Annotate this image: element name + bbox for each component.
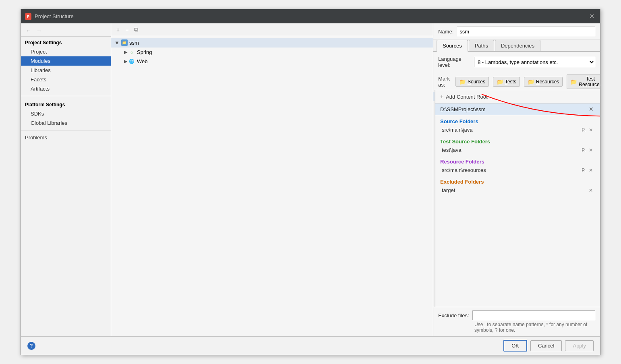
language-level-label: Language level: (438, 56, 471, 68)
sidebar-divider-2 (21, 130, 111, 130)
source-folders-section: Source Folders src\main\java P. ✕ (435, 115, 600, 135)
content-root-header: D:\SSMProject\ssm ✕ (435, 103, 600, 115)
sidebar-nav-bar: ← → (21, 25, 111, 37)
module-child-web[interactable]: ▶ 🌐 Web (111, 57, 433, 66)
sidebar-item-modules[interactable]: Modules (21, 56, 111, 66)
web-label: Web (137, 58, 148, 64)
add-content-root-button[interactable]: + Add Content Root (435, 90, 600, 103)
close-button[interactable]: ✕ (588, 12, 596, 21)
excluded-folder-remove-0[interactable]: ✕ (588, 188, 594, 193)
module-root-label: ssm (129, 40, 139, 46)
tree-root-arrow: ▼ (114, 40, 120, 46)
test-source-folder-props-0[interactable]: P. (581, 147, 586, 153)
test-resources-folder-icon: 📁 (570, 79, 577, 85)
source-folder-remove-0[interactable]: ✕ (588, 127, 594, 133)
exclude-files-row: Exclude files: (438, 310, 595, 320)
test-source-folder-path-0: test\java (442, 147, 581, 153)
mark-test-resources-button[interactable]: 📁 Test Resources (567, 74, 600, 89)
resource-folders-section: Resource Folders src\main\resources P. ✕ (435, 155, 600, 176)
sidebar-item-project[interactable]: Project (21, 47, 111, 56)
exclude-files-label: Exclude files: (438, 312, 469, 318)
tree-child-arrow-web: ▶ (124, 59, 127, 64)
sources-folder-icon: 📁 (459, 79, 466, 85)
dialog-body: ← → Project Settings Project Modules Lib… (21, 23, 600, 336)
mark-resources-button[interactable]: 📁 Resources (524, 77, 563, 87)
plus-icon: + (440, 93, 443, 100)
source-folders-title: Source Folders (440, 118, 595, 124)
mark-sources-button[interactable]: 📁 Sources (455, 77, 489, 87)
title-bar: P Project Structure ✕ (21, 9, 600, 23)
remove-module-button[interactable]: − (123, 25, 130, 34)
nav-forward-button[interactable]: → (35, 27, 43, 35)
sidebar-divider-1 (21, 96, 111, 96)
mark-test-resources-label: Test Resources (579, 76, 600, 87)
mark-tests-button[interactable]: 📁 Tests (493, 77, 520, 87)
test-source-folders-section: Test Source Folders test\java P. ✕ (435, 135, 600, 155)
sidebar-item-problems[interactable]: Problems (21, 133, 111, 142)
exclude-files-input[interactable] (472, 310, 595, 320)
dialog-footer: ? OK Cancel Apply (21, 336, 600, 355)
language-level-row: Language level: 8 - Lambdas, type annota… (433, 52, 600, 72)
sidebar-item-libraries[interactable]: Libraries (21, 66, 111, 75)
excluded-folders-section: Excluded Folders target ✕ (435, 176, 600, 196)
resource-folder-entry-0: src\main\resources P. ✕ (440, 166, 595, 174)
sidebar-item-global-libraries[interactable]: Global Libraries (21, 118, 111, 128)
test-source-folders-title: Test Source Folders (440, 139, 595, 145)
module-folder-icon: 📁 (121, 39, 128, 46)
right-panel: Name: Sources Paths Dependencies Languag… (433, 23, 600, 336)
mark-sources-label: Sources (468, 79, 485, 85)
tab-sources[interactable]: Sources (437, 40, 468, 52)
platform-settings-header: Platform Settings (21, 99, 111, 109)
resource-folders-title: Resource Folders (440, 159, 595, 165)
mark-as-row: Mark as: 📁 Sources 📁 Tests 📁 Resources (433, 72, 600, 90)
tab-paths[interactable]: Paths (469, 40, 494, 51)
sidebar-item-artifacts[interactable]: Artifacts (21, 84, 111, 93)
app-icon: P (25, 13, 31, 20)
resource-folder-remove-0[interactable]: ✕ (588, 168, 594, 173)
content-area: Language level: 8 - Lambdas, type annota… (433, 52, 600, 336)
name-row: Name: (433, 23, 600, 40)
source-folder-entry-0: src\main\java P. ✕ (440, 126, 595, 134)
resource-folder-actions-0: P. ✕ (581, 168, 594, 173)
ok-button[interactable]: OK (503, 340, 527, 352)
source-folder-props-0[interactable]: P. (581, 127, 586, 133)
remove-content-root-button[interactable]: ✕ (587, 106, 595, 112)
resource-folder-path-0: src\main\resources (442, 167, 581, 173)
exclude-hint: Use ; to separate name patterns, * for a… (438, 322, 595, 333)
project-structure-dialog: P Project Structure ✕ ← → Project Settin… (21, 9, 600, 355)
language-level-select[interactable]: 8 - Lambdas, type annotations etc. (474, 57, 595, 67)
mark-as-label: Mark as: (438, 76, 450, 88)
module-toolbar: + − ⧉ (111, 23, 433, 36)
cancel-button[interactable]: Cancel (530, 340, 562, 351)
name-input[interactable] (457, 27, 595, 36)
mark-resources-label: Resources (536, 79, 559, 85)
spring-icon: ○ (129, 50, 135, 55)
tree-child-arrow-spring: ▶ (124, 50, 127, 55)
main-split: ▼ D:\SSMProject\ssm ▶ .idea ▶ src (433, 90, 600, 307)
copy-module-button[interactable]: ⧉ (132, 25, 140, 34)
sidebar-item-facets[interactable]: Facets (21, 75, 111, 84)
module-tree-root[interactable]: ▼ 📁 ssm (111, 38, 433, 48)
content-root-path: D:\SSMProject\ssm (440, 106, 486, 112)
add-module-button[interactable]: + (114, 25, 122, 34)
resource-folder-props-0[interactable]: P. (581, 168, 586, 173)
excluded-folders-title: Excluded Folders (440, 179, 595, 185)
excluded-folder-actions-0: ✕ (588, 188, 594, 193)
middle-panel: + − ⧉ ▼ 📁 ssm ▶ ○ Spring ▶ 🌐 Web (111, 23, 433, 336)
test-source-folder-remove-0[interactable]: ✕ (588, 147, 594, 153)
test-source-folder-entry-0: test\java P. ✕ (440, 146, 595, 154)
spring-label: Spring (137, 49, 152, 55)
web-icon: 🌐 (129, 59, 135, 64)
help-button[interactable]: ? (27, 342, 35, 350)
project-settings-header: Project Settings (21, 37, 111, 47)
module-tree: ▼ 📁 ssm ▶ ○ Spring ▶ 🌐 Web (111, 36, 433, 336)
source-folder-actions-0: P. ✕ (581, 127, 594, 133)
module-child-spring[interactable]: ▶ ○ Spring (111, 48, 433, 57)
apply-button[interactable]: Apply (565, 340, 594, 351)
tab-dependencies[interactable]: Dependencies (495, 40, 540, 51)
sidebar-item-sdks[interactable]: SDKs (21, 109, 111, 118)
mark-tests-label: Tests (505, 79, 516, 85)
dialog-title: Project Structure (35, 13, 74, 19)
resources-folder-icon: 📁 (528, 79, 534, 85)
nav-back-button[interactable]: ← (24, 27, 33, 35)
